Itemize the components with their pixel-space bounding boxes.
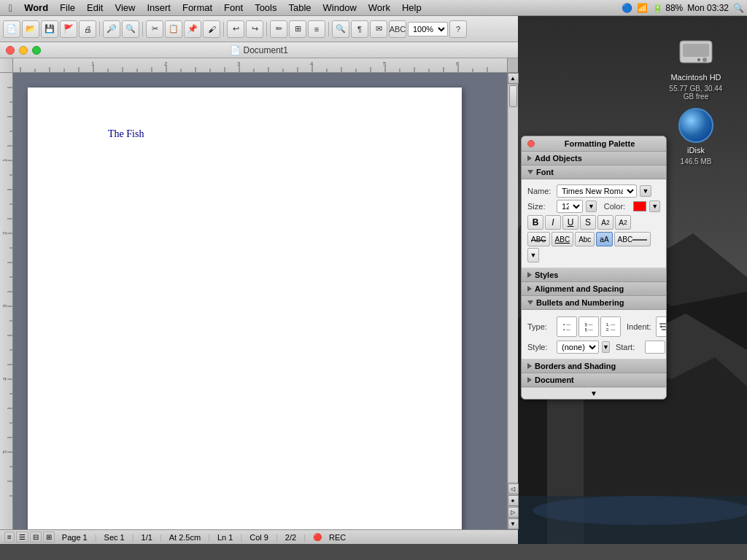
italic-button[interactable]: I [545, 215, 561, 230]
menu-view[interactable]: View [109, 1, 141, 15]
palette-scroll-down[interactable]: ▼ [522, 387, 666, 399]
font-name-select[interactable]: Times New Roman Arial Helvetica [557, 184, 637, 198]
next-page-button[interactable]: ● [508, 495, 519, 506]
bold-button[interactable]: B [527, 215, 543, 230]
save-button[interactable]: 💾 [41, 20, 58, 38]
search-button[interactable]: 🔍 [332, 20, 349, 38]
apple-menu[interactable]:  [9, 2, 12, 14]
scroll-down-button[interactable]: ▼ [508, 518, 519, 529]
alignment-section[interactable]: Alignment and Spacing [522, 282, 666, 296]
paste-button[interactable]: 📌 [184, 20, 201, 38]
strikethrough-button[interactable]: S [580, 215, 596, 230]
styles-section[interactable]: Styles [522, 268, 666, 282]
menu-word[interactable]: Word [18, 1, 54, 15]
bullets-section-header[interactable]: Bullets and Numbering [522, 296, 666, 310]
zoom-button[interactable]: 🔍 [122, 20, 139, 38]
print-button[interactable]: 🖨 [79, 20, 96, 38]
svg-text:2: 2 [164, 61, 168, 67]
bullets-style-select[interactable]: (none) [557, 341, 599, 354]
vertical-scrollbar[interactable]: ▲ ◁ ● ▷ ▼ [507, 73, 518, 529]
underline-abc-button[interactable]: ABC [551, 232, 574, 246]
close-button[interactable] [6, 46, 15, 55]
start-value-input[interactable] [645, 341, 665, 354]
add-objects-section[interactable]: Add Objects [522, 152, 666, 166]
status-sep-7: | [303, 533, 306, 542]
spotlight-icon[interactable]: 🔍 [733, 3, 744, 13]
edit-button[interactable]: ✏ [270, 20, 287, 38]
menu-tools[interactable]: Tools [249, 1, 282, 15]
open-button[interactable]: 📂 [22, 20, 39, 38]
highlight-abc-button[interactable]: aA [596, 232, 612, 246]
envelope-button[interactable]: ✉ [370, 20, 387, 38]
menu-insert[interactable]: Insert [141, 1, 177, 15]
new-doc-button[interactable]: 📄 [3, 20, 20, 38]
view-normal-button[interactable]: ≡ [4, 532, 15, 542]
view-outline-button[interactable]: ☰ [16, 532, 28, 542]
document-canvas[interactable]: The Fish [13, 73, 507, 529]
superscript-button[interactable]: A2 [597, 215, 614, 230]
bullet-type-1[interactable]: • —• — [557, 316, 577, 337]
menu-table[interactable]: Table [282, 1, 317, 15]
horizontal-ruler: 1 2 3 4 [13, 58, 507, 73]
macintosh-hd-icon[interactable]: Macintosh HD 55.77 GB, 30.44 GB free [667, 35, 725, 101]
menu-edit[interactable]: Edit [81, 1, 109, 15]
brush-button[interactable]: 🖌 [203, 20, 220, 38]
borders-section[interactable]: Borders and Shading [522, 359, 666, 373]
zoom-select[interactable]: 100%75%150% [408, 22, 448, 36]
document-text-content[interactable]: The Fish [108, 128, 144, 140]
menu-help[interactable]: Help [396, 1, 427, 15]
idisk-icon[interactable]: iDisk 146.5 MB [667, 108, 725, 166]
document-page[interactable]: The Fish [28, 88, 462, 529]
menu-format[interactable]: Format [177, 1, 218, 15]
menu-font[interactable]: Font [218, 1, 249, 15]
cut-button[interactable]: ✂ [146, 20, 163, 38]
magnify-button[interactable]: 🔎 [103, 20, 120, 38]
normal-abc-button[interactable]: Abc [575, 232, 595, 246]
idisk-image [678, 108, 713, 143]
pilcrow-button[interactable]: ¶ [351, 20, 368, 38]
palette-title-text: Formatting Palette [539, 139, 660, 148]
menu-window[interactable]: Window [317, 1, 363, 15]
prev-page-button[interactable]: ◁ [508, 483, 519, 494]
font-section-header[interactable]: Font [522, 166, 666, 179]
menu-work[interactable]: Work [363, 1, 396, 15]
abc-dropdown-button[interactable]: ▼ [527, 248, 539, 262]
help-button[interactable]: ? [449, 20, 467, 38]
scroll-thumb[interactable] [509, 85, 517, 107]
font-size-dropdown-button[interactable]: ▼ [586, 201, 597, 212]
position-at: At 2.5cm [169, 533, 201, 542]
maximize-button[interactable] [32, 46, 41, 55]
menu-file[interactable]: File [54, 1, 81, 15]
bullet-type-3[interactable]: 1. —2. — [600, 316, 621, 337]
indent-decrease-button[interactable] [656, 316, 667, 337]
font-color-dropdown-button[interactable]: ▼ [649, 201, 660, 212]
abc-check-button[interactable]: ABC [389, 20, 406, 38]
scroll-up-button[interactable]: ▲ [508, 73, 519, 84]
palette-close-button[interactable] [527, 140, 535, 147]
font-size-select[interactable]: 1210141618 [557, 200, 583, 213]
style-dropdown-button[interactable]: ▼ [602, 341, 610, 353]
scroll-track[interactable] [508, 85, 518, 482]
toolbar-toggle-icons[interactable]: ≡ ☰ ⊟ ⊞ [4, 532, 55, 542]
minimize-button[interactable] [19, 46, 28, 55]
flag-button[interactable]: 🚩 [60, 20, 77, 38]
strikethrough-abc-button[interactable]: ABC [527, 232, 550, 246]
document-section[interactable]: Document [522, 373, 666, 387]
styles-label: Styles [535, 271, 558, 279]
view-layout-button[interactable]: ⊟ [30, 532, 42, 542]
undo-button[interactable]: ↩ [227, 20, 244, 38]
view-web-button[interactable]: ⊞ [43, 532, 55, 542]
table-button[interactable]: ⊞ [289, 20, 306, 38]
redo-button[interactable]: ↪ [246, 20, 263, 38]
window-titlebar: 📄 Document1 [0, 42, 518, 58]
last-page-button[interactable]: ▷ [508, 507, 519, 518]
columns-button[interactable]: ≡ [308, 20, 325, 38]
underline-button[interactable]: U [562, 215, 578, 230]
document-section-label: Document [535, 376, 574, 384]
box-abc-button[interactable]: ABC [614, 232, 651, 246]
subscript-button[interactable]: A2 [615, 215, 631, 230]
copy-button[interactable]: 📋 [165, 20, 182, 38]
font-name-dropdown-button[interactable]: ▼ [640, 185, 651, 197]
bullet-type-2[interactable]: § —§ — [578, 316, 599, 337]
font-color-swatch[interactable] [633, 201, 646, 211]
